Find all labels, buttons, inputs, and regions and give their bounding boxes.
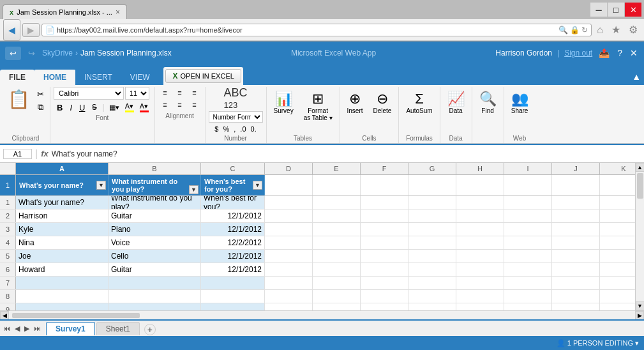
cut-button[interactable]: ✂ [34,88,47,100]
row-num-1[interactable]: 1 [0,196,16,209]
cell-C1[interactable]: When's best for you? [201,196,265,209]
cell-F5[interactable] [361,250,408,262]
fill-color-button[interactable]: A▾ [123,101,137,114]
align-mid-center[interactable]: ≡ [173,99,187,110]
filter-dropdown-c[interactable]: ▼ [253,181,262,190]
cell-G1[interactable] [408,196,456,209]
cell-J3[interactable] [552,223,600,236]
cell-J4[interactable] [552,236,600,249]
sheet-tab-survey1[interactable]: Survey1 [46,322,95,335]
cell-k1[interactable] [600,175,635,195]
cell-G4[interactable] [408,236,456,249]
cell-G5[interactable] [408,250,456,262]
col-header-k[interactable]: K [600,163,635,174]
decrease-decimal-button[interactable]: 0. [249,124,258,134]
format-as-table-button[interactable]: ⊞ Formatas Table ▾ [300,89,336,123]
ribbon-collapse-button[interactable]: ▲ [629,68,644,85]
cell-C7[interactable] [201,277,265,289]
cell-F2[interactable] [361,209,408,222]
cell-A6[interactable]: Howard [16,263,109,276]
align-top-left[interactable]: ≡ [158,87,172,98]
cell-A8[interactable] [16,290,109,303]
cell-F8[interactable] [361,290,408,303]
col-header-f[interactable]: F [361,163,408,174]
number-format-selector[interactable]: Number Format [209,111,263,123]
forward-button[interactable]: ▶ [22,23,40,37]
scroll-down-button[interactable]: ▼ [636,301,645,310]
cell-K8[interactable] [600,290,635,303]
cell-E3[interactable] [313,223,361,236]
cell-E5[interactable] [313,250,361,262]
add-sheet-button[interactable]: + [144,324,156,335]
cell-B9[interactable] [109,303,201,310]
col-header-g[interactable]: G [408,163,456,174]
cell-I8[interactable] [504,290,552,303]
cell-reference-input[interactable] [3,149,32,159]
cell-I6[interactable] [504,263,552,276]
col-header-a[interactable]: A [16,163,109,174]
filter-dropdown-a[interactable]: ▼ [96,181,106,190]
row-num-5[interactable]: 5 [0,250,16,262]
cell-H5[interactable] [456,250,504,262]
cell-A9[interactable] [16,303,109,310]
vertical-scrollbar[interactable]: ▲ ▼ [635,163,644,310]
row-num-8[interactable]: 8 [0,290,16,303]
cell-C8[interactable] [201,290,265,303]
cell-I7[interactable] [504,277,552,289]
cell-B5[interactable]: Cello [109,250,201,262]
cell-F9[interactable] [361,303,408,310]
data-button[interactable]: 📈 Data [444,89,468,116]
bold-button[interactable]: B [54,102,66,114]
survey-button[interactable]: 📊 Survey [270,89,297,116]
cell-C5[interactable]: 12/1/2012 [201,250,265,262]
row-num-2[interactable]: 2 [0,209,16,222]
row-num-3[interactable]: 3 [0,223,16,236]
cell-A3[interactable]: Kyle [16,223,109,236]
cell-J1[interactable] [552,196,600,209]
row-num-9[interactable]: 9 [0,303,16,310]
cell-e1[interactable] [313,175,361,195]
signout-link[interactable]: Sign out [564,49,592,57]
border-button[interactable]: ▦▾ [107,102,122,113]
cell-H1[interactable] [456,196,504,209]
copy-button[interactable]: ⧉ [34,101,47,114]
align-mid-right[interactable]: ≡ [188,99,202,110]
open-in-excel-button[interactable]: X OPEN IN EXCEL [165,69,241,83]
cell-i1[interactable] [504,175,552,195]
cell-H7[interactable] [456,277,504,289]
tab-view[interactable]: VIEW [121,70,159,85]
cell-J2[interactable] [552,209,600,222]
cell-H4[interactable] [456,236,504,249]
cell-H9[interactable] [456,303,504,310]
cell-H3[interactable] [456,223,504,236]
share-titlebar-button[interactable]: 📤 [597,47,611,59]
cell-A5[interactable]: Joe [16,250,109,262]
cell-K7[interactable] [600,277,635,289]
cell-A2[interactable]: Harrison [16,209,109,222]
cell-B1[interactable]: What instrument do you play? [109,196,201,209]
cell-E9[interactable] [313,303,361,310]
align-top-right[interactable]: ≡ [188,87,202,98]
font-family-selector[interactable]: Calibri [54,87,124,100]
row-num-1[interactable]: 1 [0,175,16,195]
cell-j1[interactable] [552,175,600,195]
cell-G6[interactable] [408,263,456,276]
refresh-icon[interactable]: ↻ [581,26,588,34]
sheet-tab-next[interactable]: ▶ [22,323,31,334]
cell-D1[interactable] [265,196,313,209]
cell-D8[interactable] [265,290,313,303]
cell-d1[interactable] [265,175,313,195]
cell-I2[interactable] [504,209,552,222]
minimize-button[interactable]: ─ [590,3,607,17]
cell-B3[interactable]: Piano [109,223,201,236]
underline-button[interactable]: U [76,102,88,114]
cell-B8[interactable] [109,290,201,303]
cell-E7[interactable] [313,277,361,289]
cell-K5[interactable] [600,250,635,262]
currency-button[interactable]: $ [213,124,220,134]
font-color-button[interactable]: A▾ [137,101,151,114]
col-header-b[interactable]: B [109,163,201,174]
skydrive-link[interactable]: SkyDrive [42,49,73,57]
cell-D9[interactable] [265,303,313,310]
font-size-selector[interactable]: 11 [125,87,149,100]
